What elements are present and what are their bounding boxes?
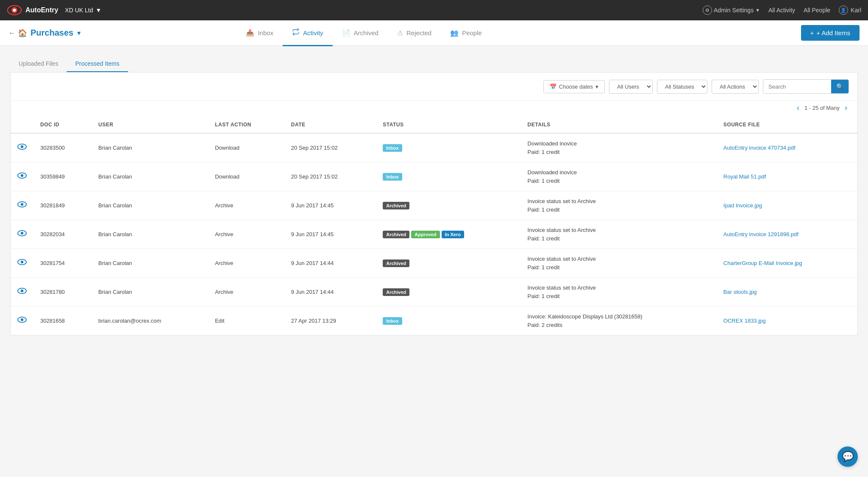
- col-last-action: LAST ACTION: [208, 117, 284, 133]
- people-icon: 👥: [450, 29, 459, 37]
- rejected-tab-label: Rejected: [406, 29, 431, 36]
- logo[interactable]: AutoEntry: [7, 4, 58, 16]
- status-cell: Inbox: [376, 307, 520, 335]
- all-people-link[interactable]: All People: [804, 7, 830, 14]
- source-file-link[interactable]: Bar stools.jpg: [723, 289, 757, 295]
- sub-nav-left: ← 🏠 Purchases ▼: [8, 28, 82, 38]
- back-arrow-icon: ←: [8, 29, 15, 37]
- details-cell: Invoice status set to ArchivePaid: 1 cre…: [521, 249, 717, 278]
- view-icon[interactable]: [17, 172, 27, 181]
- admin-settings-menu[interactable]: ⚙ Admin Settings ▼: [703, 6, 760, 15]
- table-row: 30282034Brian CarolanArchive9 Jun 2017 1…: [11, 220, 857, 249]
- action-cell: Download: [208, 162, 284, 191]
- inbox-tab-label: Inbox: [258, 29, 273, 36]
- doc-id-cell: 30281780: [33, 278, 92, 307]
- purchases-title[interactable]: Purchases ▼: [31, 28, 82, 38]
- admin-settings-label: Admin Settings: [714, 7, 754, 14]
- status-cell: Inbox: [376, 133, 520, 162]
- choose-dates-button[interactable]: 📅 Choose dates ▾: [543, 80, 605, 93]
- view-icon[interactable]: [17, 143, 27, 152]
- col-eye: [11, 117, 33, 133]
- admin-icon: ⚙: [703, 6, 712, 15]
- activity-icon: [292, 28, 300, 37]
- source-file-cell[interactable]: AutoEntry invoice 470734.pdf: [717, 133, 857, 162]
- tab-activity[interactable]: Activity: [283, 21, 333, 46]
- user-cell: Brian Carolan: [92, 133, 208, 162]
- all-users-select[interactable]: All Users: [609, 80, 653, 94]
- tab-rejected[interactable]: ⚠ Rejected: [388, 21, 441, 46]
- purchases-label: Purchases: [31, 28, 73, 38]
- view-icon[interactable]: [17, 316, 27, 325]
- doc-id-cell: 30283500: [33, 133, 92, 162]
- view-icon[interactable]: [17, 230, 27, 238]
- status-badge: Approved: [411, 231, 440, 238]
- user-menu[interactable]: 👤 Karl: [839, 6, 861, 15]
- back-home-link[interactable]: ← 🏠: [8, 28, 27, 38]
- source-file-link[interactable]: AutoEntry invoice 1291898.pdf: [723, 231, 798, 237]
- search-wrapper: 🔍: [763, 79, 849, 94]
- user-cell: brian.carolan@ocrex.com: [92, 307, 208, 335]
- main-content: Uploaded Files Processed Items 📅 Choose …: [0, 46, 868, 477]
- source-file-link[interactable]: Ipad Invoice.jpg: [723, 202, 762, 209]
- source-file-link[interactable]: AutoEntry invoice 470734.pdf: [723, 145, 796, 151]
- pagination-prev-button[interactable]: ‹: [795, 103, 801, 112]
- tab-archived[interactable]: 📄 Archived: [333, 21, 388, 46]
- archived-tab-label: Archived: [354, 29, 378, 36]
- view-icon[interactable]: [17, 287, 27, 296]
- source-file-cell[interactable]: Royal Mail 51.pdf: [717, 162, 857, 191]
- status-badge: In Xero: [442, 231, 464, 238]
- admin-dropdown-icon: ▼: [755, 8, 760, 13]
- source-file-cell[interactable]: OCREX 1833.jpg: [717, 307, 857, 335]
- tab-inbox[interactable]: 📥 Inbox: [236, 21, 283, 46]
- svg-point-2: [13, 8, 16, 11]
- col-doc-id: DOC ID: [33, 117, 92, 133]
- company-name: XD UK Ltd: [65, 7, 93, 14]
- dates-dropdown-arrow: ▾: [595, 84, 598, 90]
- col-date: DATE: [284, 117, 376, 133]
- svg-point-8: [21, 203, 23, 206]
- sub-tab-uploaded[interactable]: Uploaded Files: [10, 56, 67, 72]
- status-badge: Archived: [383, 288, 409, 296]
- date-cell: 27 Apr 2017 13:29: [284, 307, 376, 335]
- tab-people[interactable]: 👥 People: [441, 21, 491, 46]
- source-file-cell[interactable]: Bar stools.jpg: [717, 278, 857, 307]
- doc-id-cell: 30281658: [33, 307, 92, 335]
- source-file-cell[interactable]: CharterGroup E-Mail Invoice.jpg: [717, 249, 857, 278]
- company-selector[interactable]: XD UK Ltd ▼: [65, 7, 101, 14]
- table-row: 30359849Brian CarolanDownload20 Sep 2017…: [11, 162, 857, 191]
- action-cell: Archive: [208, 191, 284, 220]
- activity-tab-label: Activity: [303, 29, 323, 36]
- pagination-text: 1 - 25 of Many: [804, 105, 840, 111]
- company-dropdown-icon: ▼: [95, 7, 101, 14]
- user-cell: Brian Carolan: [92, 278, 208, 307]
- doc-id-cell: 30282034: [33, 220, 92, 249]
- source-file-cell[interactable]: Ipad Invoice.jpg: [717, 191, 857, 220]
- purchases-dropdown-icon: ▼: [76, 30, 82, 36]
- pagination-next-button[interactable]: ›: [843, 103, 849, 112]
- home-icon: 🏠: [18, 28, 27, 38]
- doc-id-cell: 30281754: [33, 249, 92, 278]
- all-actions-select[interactable]: All Actions: [712, 80, 759, 94]
- choose-dates-label: Choose dates: [559, 84, 593, 90]
- view-icon[interactable]: [17, 259, 27, 267]
- source-file-cell[interactable]: AutoEntry invoice 1291898.pdf: [717, 220, 857, 249]
- search-button[interactable]: 🔍: [831, 80, 849, 93]
- rejected-icon: ⚠: [397, 29, 403, 37]
- svg-point-10: [21, 232, 23, 234]
- details-cell: Downloaded inovicePaid: 1 credit: [521, 133, 717, 162]
- sub-tab-processed[interactable]: Processed Items: [67, 56, 128, 72]
- status-badge: Archived: [383, 231, 409, 238]
- search-input[interactable]: [763, 81, 831, 93]
- source-file-link[interactable]: CharterGroup E-Mail Invoice.jpg: [723, 260, 802, 266]
- date-cell: 9 Jun 2017 14:45: [284, 191, 376, 220]
- chat-bubble[interactable]: 💬: [837, 446, 858, 467]
- source-file-link[interactable]: OCREX 1833.jpg: [723, 318, 766, 324]
- add-items-button[interactable]: + + Add Items: [801, 25, 860, 41]
- all-activity-link[interactable]: All Activity: [768, 7, 795, 14]
- view-icon[interactable]: [17, 201, 27, 209]
- all-statuses-select[interactable]: All Statuses: [657, 80, 707, 94]
- action-cell: Archive: [208, 220, 284, 249]
- add-items-plus: +: [810, 29, 814, 36]
- source-file-link[interactable]: Royal Mail 51.pdf: [723, 173, 766, 180]
- col-details: DETAILS: [521, 117, 717, 133]
